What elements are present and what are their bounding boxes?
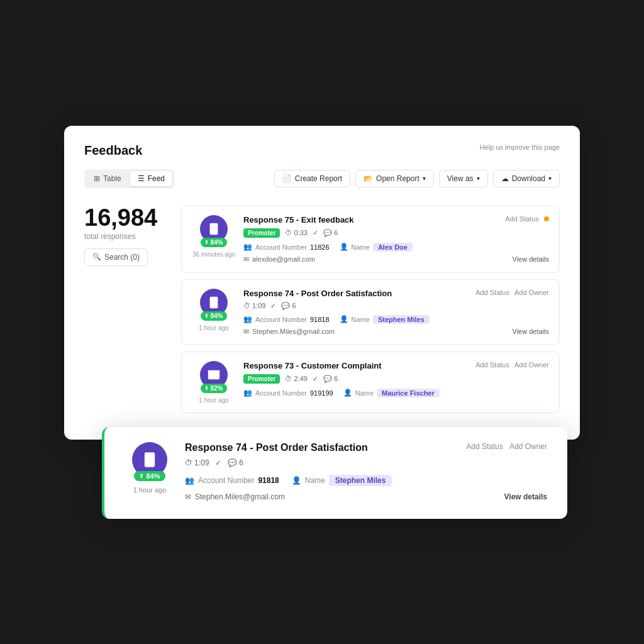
search-icon: 🔍 [92,253,101,261]
tab-feed[interactable]: ☰ Feed [130,171,172,186]
feed-item-73: ⬆ 82% 1 hour ago Response 73 - Customer … [181,352,560,413]
stats-panel: 16,984 total responses 🔍 Search (0) [84,206,166,419]
svg-rect-2 [210,296,218,308]
time-ago-75: 36 minutes ago [192,251,235,258]
feed-item-title-75: Response 75 - Exit feedback [243,215,354,225]
view-details-75[interactable]: View details [513,255,550,263]
help-link[interactable]: Help us improve this page [480,143,560,151]
content-area: 16,984 total responses 🔍 Search (0) [84,206,560,419]
time-meta-73: ⏱ 2:49 [285,375,307,382]
expanded-score-badge: ⬆ 84% [134,471,165,481]
svg-rect-4 [145,452,155,467]
expanded-avatar-col: ⬆ 84% 1 hour ago [125,442,175,494]
score-icon-73: ⬆ [204,386,209,391]
email-74: ✉ Stephen.Miles@gmail.com [243,328,335,336]
comment-icon-74: 💬 [281,302,290,310]
comments-meta-74: 💬 6 [281,302,296,310]
feed-item-body-75: Response 75 - Exit feedback Add Status P… [243,215,549,264]
expanded-title-row: Response 74 - Post Order Satisfaction Ad… [185,442,547,453]
score-icon-75: ⬆ [204,240,209,245]
expanded-card: ⬆ 84% 1 hour ago Response 74 - Post Orde… [102,427,567,519]
expanded-title: Response 74 - Post Order Satisfaction [185,442,368,453]
expanded-avatar-row: ⬆ 84% 1 hour ago Response 74 - Post Orde… [125,442,547,501]
avatar-col-75: ⬆ 84% 36 minutes ago [192,215,236,258]
table-tab-label: Table [103,174,121,183]
create-report-button[interactable]: 📄 Create Report [274,170,350,187]
time-ago-74: 1 hour ago [199,325,229,331]
name-detail-74: 👤 Name Stephen Miles [340,315,430,324]
account-icon-74: 👥 [243,315,252,323]
score-icon-74: ⬆ [204,313,209,319]
name-detail-73: 👤 Name Maurice Fischer [343,389,440,397]
tab-table[interactable]: ⊞ Table [86,171,129,186]
avatar-col-74: ⬆ 84% 1 hour ago [192,289,236,331]
expanded-view-details[interactable]: View details [504,492,547,501]
feed-detail-row-75: 👥 Account Number 11826 👤 Name Alex Doe [243,243,549,252]
expanded-meta: ⏱ 1:09 ✓ 💬 6 [185,458,547,467]
feed-item-body-73: Response 73 - Customer Complaint Add Sta… [243,361,549,401]
mobile-icon-74 [207,296,221,309]
check-meta-73: ✓ [313,375,318,383]
feed-meta-row-74: ⏱ 1:09 ✓ 💬 6 [243,302,549,310]
feed-item-body-74: Response 74 - Post Order Satisfaction Ad… [243,289,549,336]
feed-detail-row-74: 👥 Account Number 91818 👤 Name Stephen Mi… [243,315,549,324]
expanded-time-ago: 1 hour ago [133,486,167,494]
account-number-74: 91818 [310,316,330,323]
view-tabs: ⊞ Table ☰ Feed [84,169,174,188]
score-badge-74: ⬆ 84% [201,311,226,321]
add-status-link-73[interactable]: Add Status [475,361,509,369]
feed-item-74: ⬆ 84% 1 hour ago Response 74 - Post Orde… [181,279,560,345]
avatar-col-73: ⬆ 82% 1 hour ago [192,361,236,404]
expanded-name-badge: Stephen Miles [329,475,392,486]
clock-icon-74: ⏱ [243,302,250,309]
add-owner-link-73[interactable]: Add Owner [514,361,549,369]
feed-item-title-74: Response 74 - Post Order Satisfaction [243,289,392,298]
download-button[interactable]: ☁ Download ▾ [493,170,560,187]
name-icon-75: 👤 [340,243,348,251]
comment-icon-75: 💬 [323,229,332,237]
expanded-clock-icon: ⏱ [185,458,192,467]
open-report-button[interactable]: 📂 Open Report ▾ [355,170,434,187]
name-icon-74: 👤 [340,315,348,323]
expanded-envelope-icon: ✉ [185,492,191,501]
clock-icon-73: ⏱ [285,375,292,382]
name-badge-75: Alex Doe [373,243,413,252]
search-button[interactable]: 🔍 Search (0) [84,248,148,266]
envelope-icon-73 [207,368,221,382]
account-detail-73: 👥 Account Number 919199 [243,389,333,397]
name-detail-75: 👤 Name Alex Doe [340,243,413,252]
download-chevron-icon: ▾ [548,175,552,182]
open-report-icon: 📂 [364,174,373,183]
feed-item-75: ⬆ 84% 36 minutes ago Response 75 - Exit … [181,206,560,273]
feed-footer-74: ✉ Stephen.Miles@gmail.com View details [243,328,549,336]
view-details-74[interactable]: View details [513,328,550,335]
feed-item-actions-74: Add Status Add Owner [475,289,549,296]
expanded-name-icon: 👤 [292,476,301,485]
comments-meta-73: 💬 6 [323,375,338,383]
name-icon-73: 👤 [343,389,352,397]
account-number-75: 11826 [310,243,330,251]
expanded-add-owner[interactable]: Add Owner [509,442,547,451]
expanded-comments-meta: 💬 6 [228,458,243,467]
feed-meta-row-73: Promoter ⏱ 2:49 ✓ 💬 6 [243,374,549,384]
expanded-account-detail: 👥 Account Number 91818 [185,476,279,485]
toolbar-actions: 📄 Create Report 📂 Open Report ▾ View as … [274,170,560,187]
feed-list: ⬆ 84% 36 minutes ago Response 75 - Exit … [181,206,560,419]
expanded-add-status[interactable]: Add Status [466,442,503,451]
download-icon: ☁ [501,174,509,183]
expanded-footer: ✉ Stephen.Miles@gmail.com View details [185,492,547,501]
add-status-link-74[interactable]: Add Status [475,289,509,296]
feed-item-title-73: Response 73 - Customer Complaint [243,361,382,370]
toolbar: ⊞ Table ☰ Feed 📄 Create Report 📂 Open Re… [84,169,560,188]
envelope-icon-75: ✉ [243,255,249,264]
add-owner-link-74[interactable]: Add Owner [514,289,549,296]
time-meta-75: ⏱ 0:33 [285,229,307,236]
add-status-link-75[interactable]: Add Status [505,215,539,223]
promoter-tag-73: Promoter [243,374,280,384]
account-icon-75: 👥 [243,243,252,251]
expanded-account-number: 91818 [258,476,279,485]
name-badge-73: Maurice Fischer [377,389,440,397]
expanded-time-meta: ⏱ 1:09 [185,458,209,467]
view-as-button[interactable]: View as ▾ [439,170,488,187]
expanded-body: Response 74 - Post Order Satisfaction Ad… [185,442,547,501]
